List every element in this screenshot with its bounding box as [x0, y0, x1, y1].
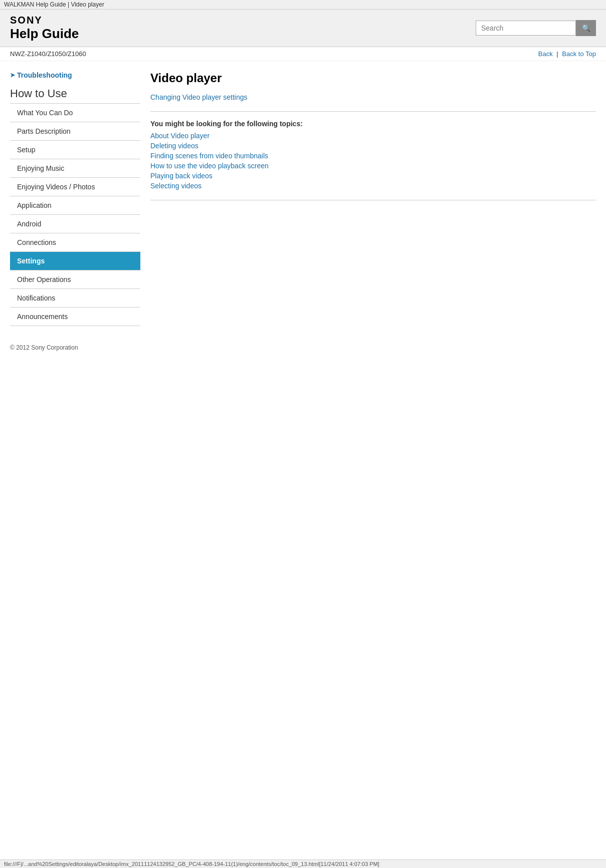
sidebar-link-notifications[interactable]: Notifications	[10, 289, 140, 307]
sidebar-link-what-you-can-do[interactable]: What You Can Do	[10, 104, 140, 122]
nav-separator: |	[556, 50, 558, 58]
sidebar-link-enjoying-videos-photos[interactable]: Enjoying Videos / Photos	[10, 178, 140, 196]
copyright: © 2012 Sony Corporation	[10, 344, 78, 351]
sidebar-item-parts-description[interactable]: Parts Description	[10, 122, 140, 140]
chevron-right-icon: ➤	[10, 72, 15, 79]
footer: © 2012 Sony Corporation	[0, 336, 606, 359]
topic-link-about-video-player[interactable]: About Video player	[150, 132, 210, 140]
sidebar-item-announcements[interactable]: Announcements	[10, 307, 140, 326]
sidebar-item-settings[interactable]: Settings	[10, 251, 140, 270]
how-to-use-label: How to Use	[10, 87, 140, 100]
sidebar-link-settings[interactable]: Settings	[10, 252, 140, 270]
header-left: SONY Help Guide	[10, 15, 79, 42]
sidebar-troubleshooting: ➤ Troubleshooting	[10, 71, 140, 79]
sidebar-item-setup[interactable]: Setup	[10, 140, 140, 159]
nav-links: Back | Back to Top	[538, 50, 596, 58]
sidebar-item-connections[interactable]: Connections	[10, 233, 140, 251]
sidebar-link-parts-description[interactable]: Parts Description	[10, 122, 140, 140]
topic-link-selecting[interactable]: Selecting videos	[150, 182, 596, 190]
troubleshooting-link[interactable]: ➤ Troubleshooting	[10, 71, 140, 79]
troubleshooting-label: Troubleshooting	[17, 71, 72, 79]
topic-link-playing[interactable]: Playing back videos	[150, 172, 596, 180]
content-bottom-divider	[150, 200, 596, 200]
topic-link-about[interactable]: About Video player	[150, 132, 596, 140]
topics-divider	[150, 111, 596, 112]
sidebar-nav: What You Can Do Parts Description Setup …	[10, 103, 140, 326]
topic-link-how-to-use[interactable]: How to use the video playback screen	[150, 162, 596, 170]
sidebar-item-enjoying-music[interactable]: Enjoying Music	[10, 159, 140, 177]
topic-link-finding-scenes[interactable]: Finding scenes from video thumbnails	[150, 152, 268, 160]
topic-link-deleting-videos[interactable]: Deleting videos	[150, 142, 198, 150]
title-bar-text: WALKMAN Help Guide | Video player	[4, 1, 104, 8]
page-title: Video player	[150, 71, 596, 85]
topic-links: About Video player Deleting videos Findi…	[150, 132, 596, 190]
sidebar-link-announcements[interactable]: Announcements	[10, 308, 140, 326]
sidebar-link-other-operations[interactable]: Other Operations	[10, 270, 140, 288]
content-area: Video player Changing Video player setti…	[150, 71, 596, 326]
sidebar-link-connections[interactable]: Connections	[10, 233, 140, 251]
topic-link-finding[interactable]: Finding scenes from video thumbnails	[150, 152, 596, 160]
main-content: ➤ Troubleshooting How to Use What You Ca…	[0, 61, 606, 336]
search-container: 🔍	[476, 20, 596, 36]
sidebar-item-notifications[interactable]: Notifications	[10, 288, 140, 307]
help-guide-title: Help Guide	[10, 26, 79, 42]
topic-link-deleting[interactable]: Deleting videos	[150, 142, 596, 150]
search-button[interactable]: 🔍	[576, 20, 596, 36]
sidebar-item-application[interactable]: Application	[10, 196, 140, 214]
sidebar-item-enjoying-videos-photos[interactable]: Enjoying Videos / Photos	[10, 177, 140, 196]
sony-logo: SONY	[10, 15, 79, 26]
sidebar-item-other-operations[interactable]: Other Operations	[10, 270, 140, 288]
sidebar-link-setup[interactable]: Setup	[10, 141, 140, 159]
changing-video-player-settings-link[interactable]: Changing Video player settings	[150, 93, 596, 101]
device-model: NWZ-Z1040/Z1050/Z1060	[10, 50, 86, 58]
sidebar-item-android[interactable]: Android	[10, 214, 140, 233]
topic-link-playing-back-videos[interactable]: Playing back videos	[150, 172, 213, 180]
search-input[interactable]	[476, 21, 576, 36]
nav-bar: NWZ-Z1040/Z1050/Z1060 Back | Back to Top	[0, 47, 606, 61]
title-bar: WALKMAN Help Guide | Video player	[0, 0, 606, 10]
you-might-label: You might be looking for the following t…	[150, 120, 596, 128]
sidebar-item-what-you-can-do[interactable]: What You Can Do	[10, 103, 140, 122]
sidebar-link-enjoying-music[interactable]: Enjoying Music	[10, 159, 140, 177]
topic-link-selecting-videos[interactable]: Selecting videos	[150, 182, 201, 190]
sidebar-link-application[interactable]: Application	[10, 196, 140, 214]
header: SONY Help Guide 🔍	[0, 10, 606, 47]
sidebar-link-android[interactable]: Android	[10, 215, 140, 233]
back-link[interactable]: Back	[538, 50, 553, 58]
sidebar: ➤ Troubleshooting How to Use What You Ca…	[10, 71, 140, 326]
topic-link-playback-screen[interactable]: How to use the video playback screen	[150, 162, 269, 170]
back-to-top-link[interactable]: Back to Top	[562, 50, 596, 58]
